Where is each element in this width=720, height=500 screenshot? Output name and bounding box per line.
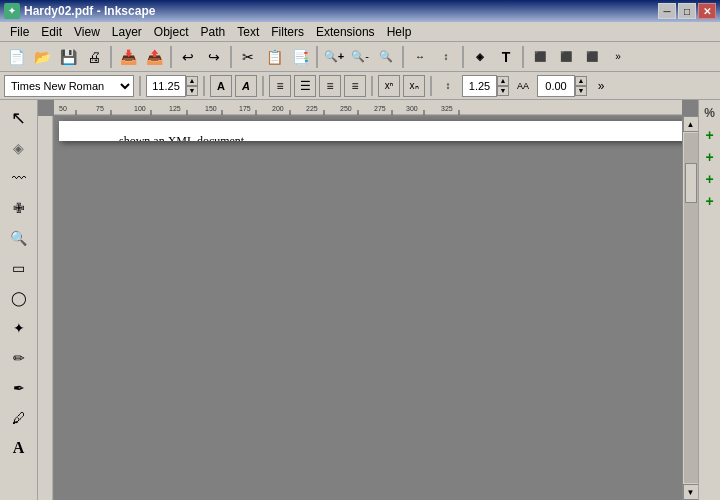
scroll-up-button[interactable]: ▲: [683, 116, 699, 132]
zoom-view-tool[interactable]: 🔍: [5, 224, 33, 252]
font-sep-1: [139, 76, 141, 96]
zoom-out-button[interactable]: 🔍-: [348, 45, 372, 69]
import-button[interactable]: 📥: [116, 45, 140, 69]
menu-help[interactable]: Help: [381, 23, 418, 41]
align-right-button[interactable]: ≡: [319, 75, 341, 97]
menu-edit[interactable]: Edit: [35, 23, 68, 41]
more-font-options[interactable]: »: [590, 75, 612, 97]
separator-6: [462, 46, 464, 68]
menu-file[interactable]: File: [4, 23, 35, 41]
kerning-up[interactable]: ▲: [575, 76, 587, 86]
text-line-1: shown an XML document: [119, 133, 244, 141]
menu-view[interactable]: View: [68, 23, 106, 41]
subscript-button[interactable]: xₙ: [403, 75, 425, 97]
zoom-canvas-tool[interactable]: ✙: [5, 194, 33, 222]
transform-btn[interactable]: ⬛: [528, 45, 552, 69]
titlebar-buttons: ─ □ ✕: [658, 3, 716, 19]
close-button[interactable]: ✕: [698, 3, 716, 19]
font-size-up[interactable]: ▲: [186, 76, 198, 86]
svg-text:75: 75: [96, 105, 104, 112]
italic-button[interactable]: A: [235, 75, 257, 97]
svg-text:225: 225: [306, 105, 318, 112]
line-spacing-control: ▲ ▼: [462, 75, 509, 97]
snap-nodes[interactable]: +: [701, 126, 719, 144]
svg-text:125: 125: [169, 105, 181, 112]
line-spacing-down[interactable]: ▼: [497, 86, 509, 96]
menu-path[interactable]: Path: [195, 23, 232, 41]
zoom-in-button[interactable]: 🔍+: [322, 45, 346, 69]
superscript-button[interactable]: xⁿ: [378, 75, 400, 97]
redo-button[interactable]: ↪: [202, 45, 226, 69]
menu-extensions[interactable]: Extensions: [310, 23, 381, 41]
align-left-button[interactable]: ≡: [269, 75, 291, 97]
rectangle-tool[interactable]: ▭: [5, 254, 33, 282]
save-button[interactable]: 💾: [56, 45, 80, 69]
svg-rect-0: [54, 100, 682, 116]
scroll-track[interactable]: [684, 133, 698, 483]
menu-text[interactable]: Text: [231, 23, 265, 41]
bold-button[interactable]: A: [210, 75, 232, 97]
kerning-down[interactable]: ▼: [575, 86, 587, 96]
font-name-select[interactable]: Times New Roman: [4, 75, 134, 97]
ellipse-tool[interactable]: ◯: [5, 284, 33, 312]
object-flip-h[interactable]: ↔: [408, 45, 432, 69]
selector-tool[interactable]: ↖: [5, 104, 33, 132]
font-size-down[interactable]: ▼: [186, 86, 198, 96]
scroll-down-button[interactable]: ▼: [683, 484, 699, 500]
titlebar-title: Hardy02.pdf - Inkscape: [24, 4, 155, 18]
zoom-fit-button[interactable]: 🔍: [374, 45, 398, 69]
minimize-button[interactable]: ─: [658, 3, 676, 19]
snap-global[interactable]: %: [701, 104, 719, 122]
pen-tool[interactable]: ✒: [5, 374, 33, 402]
right-toolbar: % + + + +: [698, 100, 720, 500]
undo-button[interactable]: ↩: [176, 45, 200, 69]
cut-button[interactable]: ✂: [236, 45, 260, 69]
left-toolbar: ↖ ◈ 〰 ✙ 🔍 ▭ ◯ ✦ ✏ ✒ 🖊 A: [0, 100, 38, 500]
canvas-content: shown an XML document Important applicat…: [54, 116, 682, 500]
main-toolbar: 📄 📂 💾 🖨 📥 📤 ↩ ↪ ✂ 📋 📑 🔍+ 🔍- 🔍 ↔ ↕ ◈ T ⬛ …: [0, 42, 720, 72]
main-area: ↖ ◈ 〰 ✙ 🔍 ▭ ◯ ✦ ✏ ✒ 🖊 A 50 75 100 125: [0, 100, 720, 500]
node-btn[interactable]: ◈: [468, 45, 492, 69]
scrollbar-v[interactable]: ▲ ▼: [682, 116, 698, 500]
canvas-area[interactable]: 50 75 100 125 150 175 200 225 250 275: [38, 100, 698, 500]
paste-button[interactable]: 📑: [288, 45, 312, 69]
text-btn[interactable]: T: [494, 45, 518, 69]
copy-button[interactable]: 📋: [262, 45, 286, 69]
export-button[interactable]: 📤: [142, 45, 166, 69]
menu-object[interactable]: Object: [148, 23, 195, 41]
text-tool[interactable]: A: [5, 434, 33, 462]
svg-text:175: 175: [239, 105, 251, 112]
svg-text:275: 275: [374, 105, 386, 112]
snap-bbox[interactable]: +: [701, 148, 719, 166]
ruler-left: [38, 116, 54, 500]
node-edit-tool[interactable]: ◈: [5, 134, 33, 162]
maximize-button[interactable]: □: [678, 3, 696, 19]
font-size-input[interactable]: [146, 75, 186, 97]
snap-guide[interactable]: +: [701, 170, 719, 188]
kerning-input[interactable]: [537, 75, 575, 97]
menu-layer[interactable]: Layer: [106, 23, 148, 41]
tweak-tool[interactable]: 〰: [5, 164, 33, 192]
font-size-control: ▲ ▼: [146, 75, 198, 97]
calligraphy-tool[interactable]: 🖊: [5, 404, 33, 432]
snap-grid[interactable]: +: [701, 192, 719, 210]
line-spacing-input[interactable]: [462, 75, 497, 97]
more-btn[interactable]: »: [606, 45, 630, 69]
line-spacing-up[interactable]: ▲: [497, 76, 509, 86]
open-button[interactable]: 📂: [30, 45, 54, 69]
object-flip-v[interactable]: ↕: [434, 45, 458, 69]
xml-btn[interactable]: ⬛: [580, 45, 604, 69]
menu-filters[interactable]: Filters: [265, 23, 310, 41]
svg-text:300: 300: [406, 105, 418, 112]
new-button[interactable]: 📄: [4, 45, 28, 69]
align-center-button[interactable]: ☰: [294, 75, 316, 97]
align-justify-button[interactable]: ≡: [344, 75, 366, 97]
align-btn[interactable]: ⬛: [554, 45, 578, 69]
svg-rect-26: [38, 116, 54, 500]
svg-text:200: 200: [272, 105, 284, 112]
scroll-thumb[interactable]: [685, 163, 697, 203]
star-tool[interactable]: ✦: [5, 314, 33, 342]
print-button[interactable]: 🖨: [82, 45, 106, 69]
pencil-tool[interactable]: ✏: [5, 344, 33, 372]
separator-1: [110, 46, 112, 68]
